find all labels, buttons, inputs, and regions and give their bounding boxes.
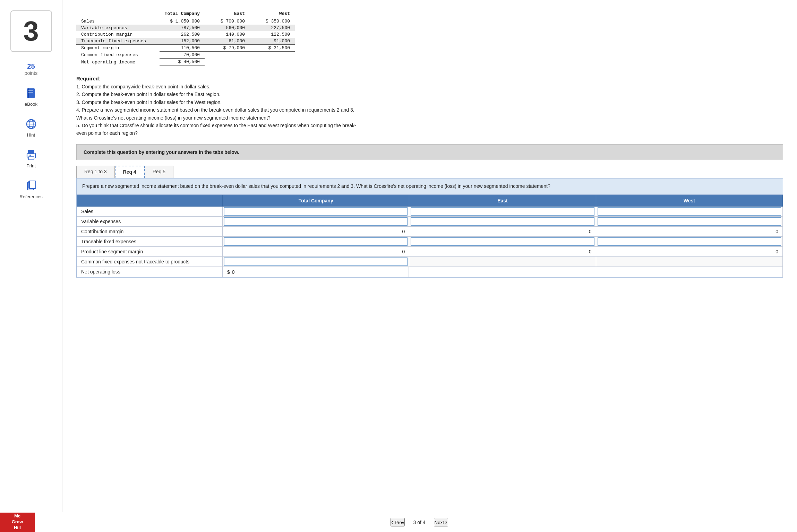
common-east-cell [409, 256, 596, 267]
table-row: Traceable fixed expenses 152,000 61,000 … [76, 38, 295, 45]
variable-west-cell[interactable] [596, 216, 782, 226]
svg-rect-1 [28, 88, 29, 98]
footer: Mc Graw Hill ‹ Prev 3 of 4 Next › [0, 512, 797, 532]
table-header-label [76, 10, 160, 18]
sales-west-input[interactable] [598, 207, 781, 216]
svg-rect-15 [29, 181, 36, 189]
prev-button[interactable]: ‹ Prev [391, 518, 405, 526]
row-label-net-loss: Net operating loss [77, 267, 223, 277]
table-row: Contribution margin 0 0 0 [77, 226, 783, 236]
print-label: Print [26, 163, 36, 168]
traceable-east-input[interactable] [411, 237, 594, 246]
table-row: Sales [77, 206, 783, 216]
variable-west-input[interactable] [598, 217, 781, 226]
answer-col-total: Total Company [223, 195, 409, 206]
required-heading: Required: [76, 76, 101, 81]
net-east-cell [409, 267, 596, 277]
points-box: 25 points [25, 62, 37, 76]
svg-rect-2 [28, 90, 33, 91]
page-total: 4 [423, 520, 426, 525]
variable-total-input[interactable] [224, 217, 408, 226]
variable-total-cell[interactable] [223, 216, 409, 226]
net-total-value: 0 [232, 269, 235, 275]
net-total-cell: $ 0 [223, 267, 409, 277]
table-row: Common fixed expenses 70,000 [76, 52, 295, 59]
next-label: Next [435, 520, 444, 525]
traceable-total-cell[interactable] [223, 236, 409, 246]
page-of-label: of [417, 520, 423, 525]
tab-req1to3[interactable]: Req 1 to 3 [76, 166, 115, 178]
answer-col-east: East [409, 195, 596, 206]
next-button[interactable]: Next › [434, 518, 448, 526]
cm-east-cell: 0 [409, 226, 596, 236]
tabs-container: Req 1 to 3 Req 4 Req 5 [76, 166, 783, 178]
answer-col-label [77, 195, 223, 206]
sidebar: 3 25 points eBook [0, 0, 62, 512]
required-section: Required: 1. Compute the companywide bre… [76, 75, 783, 137]
answer-table-wrapper: Total Company East West Sales [76, 194, 783, 278]
summary-table: Total Company East West Sales $ 1,050,00… [76, 10, 295, 66]
traceable-total-input[interactable] [224, 237, 408, 246]
sales-total-input[interactable] [224, 207, 408, 216]
globe-icon [24, 117, 38, 131]
sales-east-input[interactable] [411, 207, 594, 216]
prev-label: Prev [395, 520, 404, 525]
page-current: 3 [413, 520, 416, 525]
svg-rect-3 [28, 92, 33, 93]
table-row: Common fixed expenses not traceable to p… [77, 256, 783, 267]
required-item-5: 5. Do you think that Crossfire should al… [76, 122, 783, 137]
svg-rect-9 [28, 150, 34, 154]
printer-icon [24, 148, 38, 162]
traceable-west-input[interactable] [598, 237, 781, 246]
required-item-2: 2. Compute the break-even point in dolla… [76, 90, 783, 98]
common-total-input[interactable] [224, 258, 408, 266]
answer-table-header-row: Total Company East West [77, 195, 783, 206]
points-label: points [25, 70, 37, 76]
sidebar-tool-ebook[interactable]: eBook [24, 86, 38, 107]
references-label: References [19, 194, 42, 199]
sidebar-tool-hint[interactable]: Hint [24, 117, 38, 138]
answer-table: Total Company East West Sales [77, 195, 783, 278]
table-row: Sales $ 1,050,000 $ 700,000 $ 350,000 [76, 18, 295, 25]
table-row: Variable expenses [77, 216, 783, 226]
plsm-west-cell: 0 [596, 246, 782, 256]
table-row: Product line segment margin 0 0 0 [77, 246, 783, 256]
tab-req4[interactable]: Req 4 [115, 166, 145, 178]
table-header-east: East [205, 10, 250, 18]
traceable-east-cell[interactable] [409, 236, 596, 246]
variable-east-input[interactable] [411, 217, 594, 226]
prev-arrow-icon: ‹ [391, 518, 393, 525]
table-header-west: West [250, 10, 295, 18]
sidebar-tool-references[interactable]: References [19, 179, 42, 199]
table-row: Net operating loss $ 0 [77, 267, 783, 277]
cm-total-cell: 0 [223, 226, 409, 236]
sales-west-cell[interactable] [596, 206, 782, 216]
description-box: Prepare a new segmented income statement… [76, 178, 783, 194]
required-item-3: 3. Compute the break-even point in dolla… [76, 98, 783, 106]
book-icon [24, 86, 38, 100]
instruction-text: Complete this question by entering your … [84, 149, 239, 155]
ebook-label: eBook [25, 102, 37, 107]
mcgraw-logo: Mc Graw Hill [0, 513, 35, 532]
question-number-box: 3 [10, 10, 52, 52]
answer-col-west: West [596, 195, 782, 206]
tab-req5[interactable]: Req 5 [145, 166, 173, 178]
variable-east-cell[interactable] [409, 216, 596, 226]
main-content: Total Company East West Sales $ 1,050,00… [62, 0, 797, 512]
sales-east-cell[interactable] [409, 206, 596, 216]
question-number: 3 [23, 15, 39, 47]
required-item-1: 1. Compute the companywide break-even po… [76, 83, 783, 90]
row-label-cm: Contribution margin [77, 226, 223, 236]
traceable-west-cell[interactable] [596, 236, 782, 246]
svg-rect-12 [29, 155, 31, 156]
sales-total-cell[interactable] [223, 206, 409, 216]
points-value: 25 [25, 62, 37, 70]
row-label-variable: Variable expenses [77, 216, 223, 226]
row-label-common-fixed: Common fixed expenses not traceable to p… [77, 256, 223, 267]
instruction-box: Complete this question by entering your … [76, 144, 783, 160]
table-row: Variable expenses 787,500 560,000 227,50… [76, 25, 295, 31]
common-total-cell[interactable] [223, 256, 409, 267]
svg-rect-11 [28, 157, 34, 160]
sidebar-tool-print[interactable]: Print [24, 148, 38, 168]
net-west-cell [596, 267, 782, 277]
